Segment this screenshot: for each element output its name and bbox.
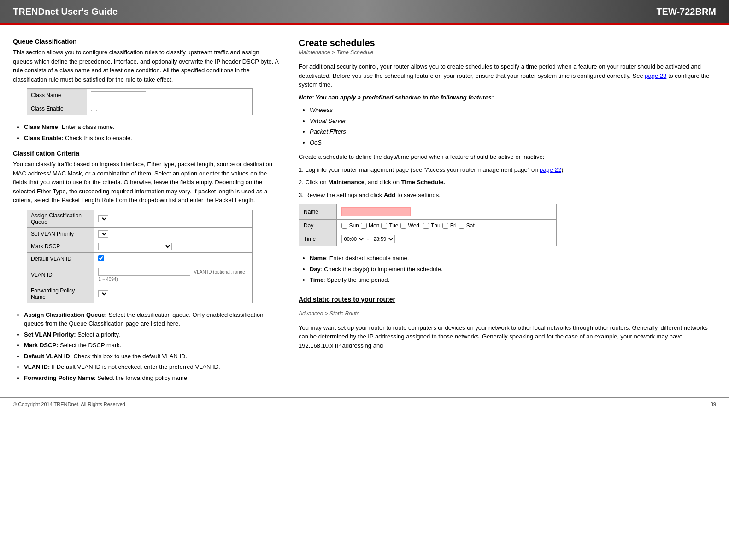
schedule-name-input[interactable] <box>341 207 411 216</box>
class-enable-label: Class Enable <box>27 102 87 115</box>
assign-queue-label: Assign Classification Queue <box>27 210 94 228</box>
schedule-name-label: Name <box>299 204 337 220</box>
day-tue-label: Tue <box>389 222 398 229</box>
class-form-table: Class Name Class Enable <box>27 88 253 115</box>
page-footer: © Copyright 2014 TRENDnet. All Rights Re… <box>0 397 729 411</box>
create-schedules-body1: For additional security control, your ro… <box>299 62 716 89</box>
model-number: TEW-722BRM <box>656 6 716 17</box>
day-fri-label: Fri <box>450 222 457 229</box>
create-schedules-subtitle: Maintenance > Time Schedule <box>299 49 716 56</box>
schedule-name-cell <box>336 204 556 220</box>
classification-criteria-title: Classification Criteria <box>13 150 280 157</box>
day-mon-label: Mon <box>369 222 379 229</box>
classification-criteria-section: Classification Criteria You can classify… <box>13 150 280 382</box>
vlan-id-bullet: VLAN ID: If Default VLAN ID is not check… <box>24 362 280 372</box>
time-bullet: Time: Specify the time period. <box>310 275 716 285</box>
schedule-time-label: Time <box>299 232 337 246</box>
page-header: TRENDnet User's Guide TEW-722BRM <box>0 0 729 25</box>
day-sun-label: Sun <box>349 222 359 229</box>
default-vlan-id-cell <box>94 252 253 265</box>
vlan-id-input[interactable] <box>98 268 190 276</box>
forwarding-policy-bullet: Forwarding Policy Name: Select the forwa… <box>24 373 280 383</box>
step1: 1. Log into your router management page … <box>299 165 716 175</box>
add-static-routes-subtitle: Advanced > Static Route <box>299 310 716 317</box>
feature-bullets: Wireless Virtual Server Packet Filters Q… <box>310 105 716 147</box>
set-vlan-priority-row: Set VLAN Priority <box>27 228 253 240</box>
right-column: Create schedules Maintenance > Time Sche… <box>299 38 716 388</box>
set-vlan-priority-cell <box>94 228 253 240</box>
queue-classification-body: This section allows you to configure cla… <box>13 48 280 84</box>
create-schedules-body2: Create a schedule to define the days/tim… <box>299 152 716 162</box>
mark-dscp-label: Mark DSCP <box>27 240 94 252</box>
mark-dscp-cell <box>94 240 253 252</box>
schedule-day-row: Day Sun Mon Tue Wed Thu Fri Sat <box>299 220 557 232</box>
day-sat-label: Sat <box>466 222 475 229</box>
queue-classification-bullets: Class Name: Enter a class name. Class En… <box>24 122 280 142</box>
guide-title: TRENDnet User's Guide <box>13 6 118 17</box>
class-name-bullet: Class Name: Enter a class name. <box>24 122 280 132</box>
day-thu-checkbox[interactable] <box>423 223 429 229</box>
day-checkboxes-group: Sun Mon Tue Wed Thu Fri Sat <box>341 222 552 229</box>
day-tue-checkbox[interactable] <box>381 223 387 229</box>
create-schedules-title: Create schedules <box>299 38 716 48</box>
main-content: Queue Classification This section allows… <box>0 25 729 388</box>
class-name-label: Class Name <box>27 89 87 102</box>
schedule-detail-bullets: Name: Enter desired schedule name. Day: … <box>310 254 716 285</box>
forwarding-policy-row: Forwarding Policy Name <box>27 285 253 303</box>
add-static-routes-section: Add static routes to your router Advance… <box>299 296 716 350</box>
add-static-routes-body: You may want set up your router to route… <box>299 323 716 350</box>
class-enable-input-cell <box>87 102 253 115</box>
day-wed-checkbox[interactable] <box>400 223 406 229</box>
page23-link[interactable]: page 23 <box>645 72 666 79</box>
vlan-id-cell: VLAN ID (optional, range : 1 ~ 4094) <box>94 265 253 285</box>
assign-queue-row: Assign Classification Queue <box>27 210 253 228</box>
page22-link[interactable]: page 22 <box>540 166 561 173</box>
mark-dscp-row: Mark DSCP <box>27 240 253 252</box>
schedule-day-cell: Sun Mon Tue Wed Thu Fri Sat <box>336 220 556 232</box>
class-name-input-cell <box>87 89 253 102</box>
create-schedules-note: Note: You can apply a predefined schedul… <box>299 93 716 102</box>
feature-packet-filters: Packet Filters <box>310 127 716 136</box>
mark-dscp-select[interactable] <box>98 243 172 250</box>
time-end-select[interactable]: 23:59 <box>371 235 395 243</box>
forwarding-policy-label: Forwarding Policy Name <box>27 285 94 303</box>
classif-criteria-bullets: Assign Classification Queue: Select the … <box>24 310 280 383</box>
day-fri-checkbox[interactable] <box>442 223 448 229</box>
create-schedules-section: Create schedules Maintenance > Time Sche… <box>299 38 716 285</box>
assign-queue-bullet: Assign Classification Queue: Select the … <box>24 310 280 328</box>
class-name-input[interactable] <box>91 91 146 99</box>
assign-queue-select[interactable] <box>98 215 108 222</box>
forwarding-policy-select[interactable] <box>98 290 108 298</box>
queue-classification-title: Queue Classification <box>13 38 280 45</box>
set-vlan-priority-bullet: Set VLAN Priority: Select a priority. <box>24 330 280 339</box>
class-enable-bullet: Class Enable: Check this box to enable. <box>24 134 280 143</box>
schedule-day-label: Day <box>299 220 337 232</box>
classif-form-table: Assign Classification Queue Set VLAN Pri… <box>27 210 253 303</box>
step3: 3. Review the settings and click Add to … <box>299 191 716 200</box>
class-enable-checkbox[interactable] <box>91 105 97 111</box>
assign-queue-cell <box>94 210 253 228</box>
step2: 2. Click on Maintenance, and click on Ti… <box>299 178 716 187</box>
queue-classification-section: Queue Classification This section allows… <box>13 38 280 142</box>
day-sat-checkbox[interactable] <box>459 223 464 229</box>
day-thu-label: Thu <box>431 222 441 229</box>
day-sun-checkbox[interactable] <box>341 223 347 229</box>
default-vlan-id-row: Default VLAN ID <box>27 252 253 265</box>
mark-dscp-bullet: Mark DSCP: Select the DSCP mark. <box>24 341 280 350</box>
name-bullet: Name: Enter desired schedule name. <box>310 254 716 263</box>
time-separator: - <box>367 236 369 242</box>
add-static-routes-title: Add static routes to your router <box>299 296 716 303</box>
schedule-name-row: Name <box>299 204 557 220</box>
default-vlan-id-label: Default VLAN ID <box>27 252 94 265</box>
class-name-row: Class Name <box>27 89 253 102</box>
set-vlan-priority-label: Set VLAN Priority <box>27 228 94 240</box>
day-bullet: Day: Check the day(s) to implement the s… <box>310 265 716 274</box>
default-vlan-id-checkbox[interactable] <box>98 255 104 261</box>
forwarding-policy-cell <box>94 285 253 303</box>
day-wed-label: Wed <box>408 222 419 229</box>
time-start-select[interactable]: 00:00 <box>341 235 365 243</box>
time-range-row: 00:00 - 23:59 <box>341 235 552 243</box>
day-mon-checkbox[interactable] <box>361 223 367 229</box>
set-vlan-priority-select[interactable] <box>98 230 108 238</box>
feature-qos: QoS <box>310 138 716 147</box>
